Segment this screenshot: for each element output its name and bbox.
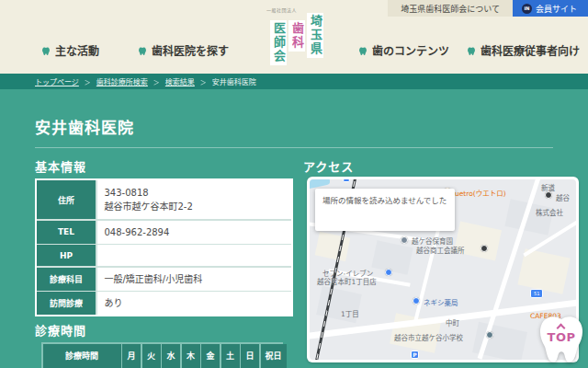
hours-header-thu: 木 xyxy=(182,344,200,368)
hours-header-wed: 水 xyxy=(162,344,180,368)
breadcrumb-separator: ＞ xyxy=(153,77,160,86)
back-to-top-button[interactable]: TOP xyxy=(536,313,587,366)
map-label-shoko[interactable]: 越谷商工会議所 xyxy=(416,245,465,255)
nav-label: 主な活動 xyxy=(55,42,99,58)
info-label-tel: TEL xyxy=(37,221,96,244)
hours-table: 診療時間 月 火 水 木 金 土 日 祝日 xyxy=(41,342,283,368)
nav-item-find-clinic[interactable]: 歯科医院を探す xyxy=(138,42,229,58)
map-error-text: 場所の情報を読み込めませんでした xyxy=(322,196,447,205)
chamber-poi-icon[interactable] xyxy=(481,245,488,252)
school-poi-icon[interactable] xyxy=(486,331,493,339)
hours-header-fri: 金 xyxy=(201,344,220,368)
info-value-tel: 048-962-2894 xyxy=(97,221,292,244)
about-association-link[interactable]: 埼玉県歯科医師会について xyxy=(388,0,513,17)
map-label-negishi[interactable]: ネギシ薬局 xyxy=(424,297,458,307)
map-label-uetro[interactable]: uetro(ウエトロ) xyxy=(455,188,506,198)
map-water xyxy=(310,179,331,190)
convenience-store-poi-icon[interactable] xyxy=(385,269,392,276)
info-value-departments: 一般/矯正歯科/小児歯科 xyxy=(97,268,292,291)
breadcrumb: トップページ ＞ 歯科診療所検索 ＞ 検索結果 ＞ 安井歯科医院 xyxy=(0,74,588,89)
breadcrumb-current: 安井歯科医院 xyxy=(212,76,256,86)
hours-header-holiday: 祝日 xyxy=(261,344,287,368)
street-address: 越谷市越ケ谷本町2-2 xyxy=(105,200,285,213)
parking-icon[interactable]: P xyxy=(411,351,419,359)
breadcrumb-separator: ＞ xyxy=(200,77,207,86)
hours-header-title: 診療時間 xyxy=(43,344,121,368)
breadcrumb-results[interactable]: 検索結果 xyxy=(165,76,195,86)
map-label-koshigaya[interactable]: 越谷 xyxy=(556,192,570,202)
main-nav: 主な活動 歯科医院を探す 歯のコンテンツ 歯科医療従事者向け xyxy=(0,39,588,61)
back-to-top-label: TOP xyxy=(536,330,587,344)
hours-header-sat: 土 xyxy=(221,344,240,368)
map-label-nakacho: 中町 xyxy=(446,317,459,328)
member-site-button[interactable]: IN 会員サイト xyxy=(513,0,588,17)
site-logo[interactable]: 一般社団法人 埼玉県 歯科 医師会 xyxy=(263,4,327,72)
nav-label: 歯科医院を探す xyxy=(152,42,229,58)
title-divider xyxy=(35,147,553,148)
info-value-address: 343-0818 越谷市越ケ谷本町2-2 xyxy=(97,180,292,219)
map-label-chome: 1丁目 xyxy=(341,308,359,318)
page-title: 安井歯科医院 xyxy=(35,115,134,138)
map-error-infowindow: 場所の情報を読み込めませんでした xyxy=(315,189,455,231)
info-label-hp: HP xyxy=(37,245,96,266)
tooth-icon xyxy=(467,46,476,55)
hours-header-tue: 火 xyxy=(142,344,161,368)
org-type-label: 一般社団法人 xyxy=(266,6,297,13)
breadcrumb-search[interactable]: 歯科診療所検索 xyxy=(96,76,148,86)
map-label-school[interactable]: 越谷市立越ケ谷小学校 xyxy=(394,332,463,342)
nursery-poi-icon[interactable] xyxy=(401,236,408,244)
basic-info-table: 住所 343-0818 越谷市越ケ谷本町2-2 TEL 048-962-2894… xyxy=(35,178,293,316)
pharmacy-poi-icon[interactable] xyxy=(413,297,420,305)
tooth-icon xyxy=(358,46,368,55)
map-label-company[interactable]: 株式会社 xyxy=(536,207,563,217)
nav-label: 歯科医療従事者向け xyxy=(481,42,580,58)
member-site-label: 会員サイト xyxy=(536,3,577,15)
info-label-address: 住所 xyxy=(37,180,96,219)
login-icon: IN xyxy=(522,4,532,14)
basic-info-heading: 基本情報 xyxy=(35,157,86,175)
nav-item-professionals[interactable]: 歯科医療従事者向け xyxy=(467,42,580,58)
map-block xyxy=(315,232,351,262)
hours-heading: 診療時間 xyxy=(35,321,86,339)
breadcrumb-home[interactable]: トップページ xyxy=(35,76,79,86)
tooth-icon xyxy=(138,46,147,55)
breadcrumb-separator: ＞ xyxy=(85,77,91,86)
hours-header-sun: 日 xyxy=(241,344,259,368)
station-poi-icon[interactable] xyxy=(545,191,552,199)
nav-item-tooth-contents[interactable]: 歯のコンテンツ xyxy=(358,42,449,58)
top-utility-bar: 埼玉県歯科医師会について IN 会員サイト xyxy=(388,0,588,17)
map-label-seven-line2[interactable]: 越谷宮本町1丁目店 xyxy=(317,276,377,286)
hours-header-mon: 月 xyxy=(122,344,141,368)
access-heading: アクセス xyxy=(303,157,354,175)
route-badge: 51 xyxy=(530,289,543,298)
nav-label: 歯のコンテンツ xyxy=(372,42,449,58)
tooth-icon xyxy=(41,46,51,55)
main-content: 安井歯科医院 基本情報 住所 343-0818 越谷市越ケ谷本町2-2 TEL … xyxy=(0,89,588,368)
map-block xyxy=(371,240,413,275)
info-value-home-visit: あり xyxy=(97,292,292,315)
route-badge-top xyxy=(343,179,350,182)
info-label-home-visit: 訪問診療 xyxy=(37,292,96,315)
postal-code: 343-0818 xyxy=(105,186,285,200)
info-value-hp xyxy=(97,245,292,266)
nav-item-activities[interactable]: 主な活動 xyxy=(41,42,99,58)
info-label-departments: 診療科目 xyxy=(37,268,96,291)
